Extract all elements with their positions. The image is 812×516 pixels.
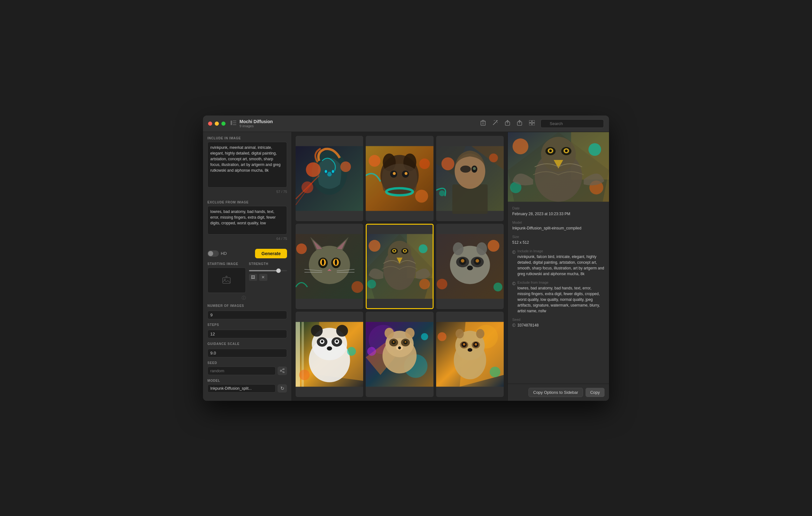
model-refresh-button[interactable]: ↻ bbox=[278, 384, 287, 392]
generate-button[interactable]: Generate bbox=[255, 249, 287, 258]
trash-button[interactable] bbox=[479, 119, 487, 129]
svg-line-29 bbox=[281, 371, 283, 372]
svg-point-53 bbox=[419, 158, 430, 169]
svg-point-126 bbox=[336, 340, 338, 342]
strength-image-icon[interactable]: 🖼 bbox=[249, 274, 257, 281]
search-input[interactable] bbox=[541, 119, 604, 128]
image-cell-7[interactable] bbox=[296, 311, 363, 397]
app-subtitle: 9 images bbox=[239, 124, 273, 128]
svg-point-50 bbox=[393, 172, 396, 175]
model-row: Inkpunk-Diffusion_split... ↻ bbox=[207, 384, 287, 392]
copy-button[interactable]: Copy bbox=[585, 388, 605, 397]
seed-input[interactable] bbox=[207, 366, 276, 375]
seed-row bbox=[207, 366, 287, 375]
svg-rect-58 bbox=[452, 184, 488, 214]
seed-label: SEED bbox=[207, 361, 287, 364]
model-select[interactable]: Inkpunk-Diffusion_split... bbox=[207, 384, 276, 392]
svg-point-163 bbox=[476, 329, 484, 338]
svg-point-129 bbox=[336, 325, 348, 336]
starting-image-drop[interactable] bbox=[207, 268, 246, 293]
svg-point-26 bbox=[283, 372, 284, 373]
strength-slider-area[interactable] bbox=[249, 270, 287, 271]
image-cell-2[interactable] bbox=[366, 136, 433, 221]
detail-include: © Include in Image nvinkpunk, falcon bir… bbox=[512, 249, 605, 277]
svg-point-114 bbox=[494, 282, 502, 291]
date-value: February 28, 2023 at 10:23:33 PM bbox=[512, 211, 605, 217]
exclude-field-group: EXCLUDE FROM IMAGE lowres, bad anatomy, … bbox=[207, 200, 287, 244]
app-window: Mochi Diffusion 9 images bbox=[203, 115, 609, 401]
svg-point-127 bbox=[327, 346, 332, 350]
svg-point-149 bbox=[421, 333, 428, 340]
image-cell-4[interactable] bbox=[296, 224, 363, 309]
svg-point-60 bbox=[460, 165, 471, 172]
detail-info: Date February 28, 2023 at 10:23:33 PM Mo… bbox=[508, 202, 609, 384]
hd-label: HD bbox=[221, 251, 227, 256]
hd-toggle[interactable]: HD bbox=[207, 250, 227, 257]
size-label: Size bbox=[512, 235, 605, 239]
copy-options-button[interactable]: Copy Options to Sidebar bbox=[528, 388, 583, 397]
svg-point-97 bbox=[369, 240, 381, 252]
export-button[interactable] bbox=[504, 119, 511, 129]
include-copy-icon[interactable]: © bbox=[512, 250, 516, 255]
svg-point-142 bbox=[393, 341, 395, 343]
strength-icons: 🖼 ✕ bbox=[249, 274, 287, 281]
svg-point-32 bbox=[306, 162, 320, 177]
exclude-textarea[interactable]: lowres, bad anatomy, bad hands, text, er… bbox=[207, 206, 287, 235]
view-toggle-button[interactable] bbox=[528, 119, 536, 128]
svg-point-143 bbox=[405, 341, 407, 343]
svg-point-160 bbox=[474, 343, 477, 345]
svg-point-13 bbox=[495, 120, 495, 120]
magic-wand-button[interactable] bbox=[491, 119, 499, 128]
sidebar: INCLUDE IN IMAGE nvinkpunk, meerkat anim… bbox=[203, 132, 292, 401]
include-textarea[interactable]: nvinkpunk, meerkat animal, intricate, el… bbox=[207, 142, 287, 188]
svg-point-145 bbox=[398, 346, 401, 349]
close-button[interactable] bbox=[208, 121, 212, 126]
hd-switch[interactable] bbox=[207, 250, 219, 257]
svg-rect-19 bbox=[532, 120, 535, 123]
svg-point-161 bbox=[467, 348, 472, 352]
image-cell-5[interactable] bbox=[366, 224, 433, 309]
image-cell-9[interactable] bbox=[436, 311, 504, 397]
model-field: MODEL Inkpunk-Diffusion_split... ↻ bbox=[207, 379, 287, 392]
image-cell-1[interactable] bbox=[296, 136, 363, 221]
svg-point-83 bbox=[296, 243, 307, 254]
strength-clear-icon[interactable]: ✕ bbox=[259, 274, 267, 281]
seed-detail-row: © 3374878148 bbox=[512, 322, 605, 328]
preview-image bbox=[508, 132, 609, 202]
sidebar-toggle-icon[interactable] bbox=[231, 120, 236, 126]
exclude-copy-icon[interactable]: © bbox=[512, 281, 516, 286]
guidance-field: GUIDANCE SCALE bbox=[207, 342, 287, 357]
seed-share-button[interactable] bbox=[278, 366, 287, 375]
svg-point-39 bbox=[332, 170, 334, 173]
guidance-input[interactable] bbox=[207, 349, 287, 357]
svg-point-110 bbox=[453, 242, 463, 255]
titlebar: Mochi Diffusion 9 images bbox=[203, 115, 609, 132]
starting-image-label: STARTING IMAGE bbox=[207, 262, 246, 266]
num-images-input[interactable] bbox=[207, 311, 287, 319]
steps-input[interactable] bbox=[207, 330, 287, 338]
right-panel-footer: Copy Options to Sidebar Copy bbox=[508, 384, 609, 401]
minimize-button[interactable] bbox=[215, 121, 219, 126]
exclude-detail-label: Exclude from Image bbox=[517, 280, 605, 284]
svg-point-128 bbox=[311, 325, 323, 336]
svg-point-146 bbox=[385, 328, 394, 338]
image-cell-6[interactable] bbox=[436, 224, 504, 309]
titlebar-left: Mochi Diffusion 9 images bbox=[231, 119, 273, 128]
traffic-lights bbox=[208, 121, 226, 126]
main-content: INCLUDE IN IMAGE nvinkpunk, meerkat anim… bbox=[203, 132, 609, 401]
svg-point-100 bbox=[367, 279, 376, 289]
detail-model: Model Inkpunk-Diffusion_split-einsum_com… bbox=[512, 221, 605, 231]
include-field-group: INCLUDE IN IMAGE nvinkpunk, meerkat anim… bbox=[207, 136, 287, 197]
svg-point-147 bbox=[405, 328, 415, 338]
hd-generate-row: HD Generate bbox=[207, 249, 287, 258]
image-cell-8[interactable] bbox=[366, 311, 433, 397]
size-value: 512 x 512 bbox=[512, 240, 605, 245]
svg-rect-1 bbox=[233, 120, 236, 121]
svg-point-99 bbox=[419, 279, 430, 289]
fullscreen-button[interactable] bbox=[222, 121, 226, 126]
seed-copy-icon-detail[interactable]: © bbox=[512, 323, 516, 328]
detail-seed: Seed © 3374878148 bbox=[512, 318, 605, 328]
image-cell-3[interactable] bbox=[436, 136, 504, 221]
svg-point-107 bbox=[461, 259, 464, 263]
share-button[interactable] bbox=[516, 119, 523, 129]
